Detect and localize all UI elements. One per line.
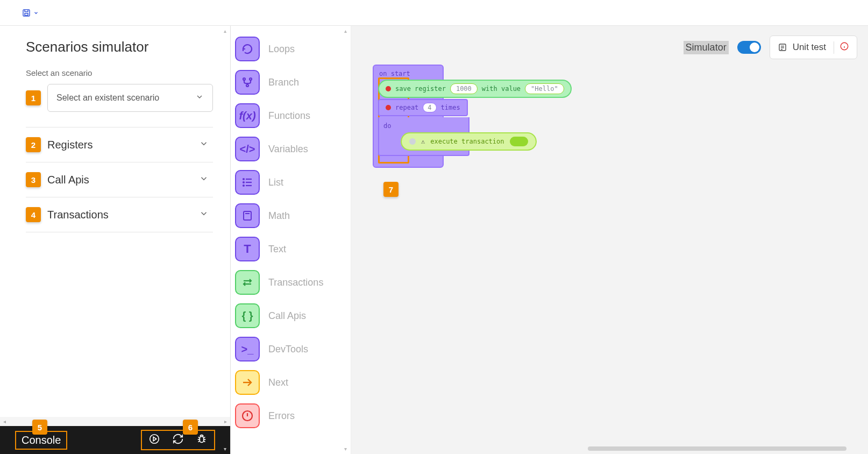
accordion-label: Registers [47, 139, 193, 151]
svg-point-11 [243, 78, 245, 80]
canvas[interactable]: Simulator Unit test on start save regist… [351, 26, 868, 454]
save-icon[interactable] [22, 8, 39, 18]
toolbox-item-transactions[interactable]: Transactions [235, 266, 346, 299]
play-icon[interactable] [148, 433, 160, 447]
accordion-callapis[interactable]: 3 Call Apis [26, 162, 213, 197]
badge-7: 7 [383, 182, 399, 197]
toolbox-label: Variables [268, 144, 308, 155]
select-label: Select an scenario [26, 68, 213, 77]
loops-icon [235, 37, 260, 61]
block-save-register[interactable]: save register 1000 with value "Hello" [378, 80, 572, 98]
toolbox-item-loops[interactable]: Loops [235, 32, 346, 66]
toolbox-label: Transactions [268, 277, 323, 288]
block-toolbox: LoopsBranchf(x)Functions</>VariablesList… [231, 26, 351, 454]
text: times [441, 104, 460, 111]
text: save register [395, 85, 446, 93]
list-icon [235, 170, 260, 195]
toolbox-item-branch[interactable]: Branch [235, 66, 346, 99]
toolbox-scrollbar[interactable] [343, 26, 351, 454]
toolbox-label: Branch [268, 77, 299, 88]
accordion-registers[interactable]: 2 Registers [26, 127, 213, 162]
warning-icon: ⚠ [421, 138, 425, 145]
toolbox-item-call-apis[interactable]: { }Call Apis [235, 299, 346, 332]
breakpoint-dot-off[interactable] [409, 138, 416, 145]
unit-test-button[interactable]: Unit test [770, 36, 857, 59]
canvas-hscroll[interactable] [588, 446, 846, 451]
simulator-label: Simulator [684, 41, 729, 54]
branch-icon [235, 70, 260, 95]
svg-point-18 [243, 179, 244, 180]
on-start-label: on start [379, 70, 410, 77]
chevron-down-icon [195, 93, 204, 103]
value-pill[interactable]: 1000 [450, 83, 478, 94]
next-icon [235, 370, 260, 395]
toolbox-label: Math [268, 210, 290, 222]
toolbox-item-next[interactable]: Next [235, 366, 346, 399]
svg-point-19 [243, 182, 244, 183]
badge-6: 6 [183, 420, 198, 435]
chevron-down-icon [199, 139, 209, 151]
toolbox-label: Call Apis [268, 310, 306, 322]
toolbox-item-functions[interactable]: f(x)Functions [235, 99, 346, 132]
svg-rect-1 [25, 13, 28, 15]
block-execute-transaction[interactable]: ⚠ execute transaction [401, 132, 537, 151]
chevron-down-icon [199, 174, 209, 186]
badge-4: 4 [26, 207, 41, 222]
toolbox-item-devtools[interactable]: >_DevTools [235, 332, 346, 366]
empty-slot[interactable] [510, 137, 528, 146]
trans-icon [235, 270, 260, 295]
top-toolbar [0, 0, 868, 26]
toolbox-item-errors[interactable]: Errors [235, 399, 346, 432]
text: execute transaction [430, 138, 504, 145]
text: with value [482, 85, 521, 93]
toolbox-label: Loops [268, 44, 295, 55]
bug-icon[interactable] [196, 433, 208, 447]
do-label: do [383, 122, 391, 130]
err-icon [235, 403, 260, 428]
sidebar-scrollbar[interactable] [223, 26, 230, 454]
badge-2: 2 [26, 137, 41, 152]
svg-point-12 [250, 78, 252, 80]
call-icon: { } [235, 303, 260, 328]
scenario-select-placeholder: Select an existent scenario [56, 93, 159, 103]
accordion-label: Call Apis [47, 174, 193, 186]
simulator-toggle[interactable] [737, 41, 761, 54]
bottom-badges-row: 5 6 [0, 420, 230, 435]
toolbox-item-list[interactable]: List [235, 166, 346, 199]
badge-5: 5 [32, 420, 47, 435]
breakpoint-dot[interactable] [386, 105, 391, 110]
refresh-icon[interactable] [172, 433, 184, 447]
toolbox-item-math[interactable]: Math [235, 199, 346, 232]
svg-line-10 [204, 441, 205, 442]
vars-icon: </> [235, 137, 260, 161]
info-icon[interactable] [834, 41, 849, 54]
canvas-header: Simulator Unit test [351, 26, 868, 69]
svg-line-8 [204, 437, 205, 438]
badge-3: 3 [26, 172, 41, 187]
math-icon [235, 203, 260, 228]
value-pill[interactable]: 4 [423, 103, 436, 112]
block-repeat[interactable]: repeat 4 times [378, 99, 468, 116]
breakpoint-dot[interactable] [386, 86, 391, 91]
svg-point-20 [243, 185, 244, 186]
svg-rect-21 [244, 211, 251, 220]
toolbox-item-variables[interactable]: </>Variables [235, 132, 346, 166]
sidebar-title: Scenarios simulator [26, 39, 213, 55]
dev-icon: >_ [235, 337, 260, 361]
scenario-select[interactable]: Select an existent scenario [47, 84, 213, 112]
accordion-label: Transactions [47, 209, 193, 221]
toolbox-label: List [268, 177, 283, 188]
svg-line-9 [198, 441, 200, 442]
toolbox-item-text[interactable]: TText [235, 232, 346, 266]
toolbox-label: Next [268, 377, 288, 388]
value-pill[interactable]: "Hello" [525, 83, 564, 94]
svg-line-7 [198, 437, 200, 438]
svg-point-2 [150, 435, 159, 444]
inner-blocks: save register 1000 with value "Hello" re… [378, 80, 572, 156]
toolbox-label: DevTools [268, 344, 308, 355]
accordion-transactions[interactable]: 4 Transactions [26, 197, 213, 232]
text-icon: T [235, 237, 260, 261]
badge-1: 1 [26, 90, 41, 105]
sidebar: Scenarios simulator Select an scenario 1… [0, 26, 231, 454]
text: repeat [395, 104, 418, 111]
